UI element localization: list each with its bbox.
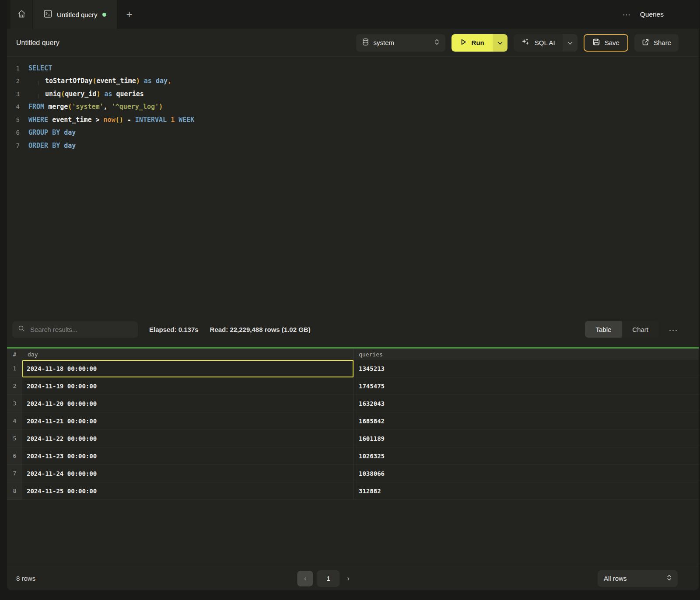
search-box[interactable] <box>12 321 138 338</box>
sql-ai-split-button: SQL AI <box>514 34 578 52</box>
row-number: 1 <box>7 360 22 377</box>
cell-queries[interactable]: 1038066 <box>354 465 699 482</box>
table-row: 22024-11-19 00:00:001745475 <box>7 377 699 395</box>
code-line[interactable]: 5WHERE event_time > now() - INTERVAL 1 W… <box>7 113 699 126</box>
next-page-button[interactable]: › <box>344 575 353 583</box>
table-row: 32024-11-20 00:00:001632043 <box>7 395 699 412</box>
cell-day[interactable]: 2024-11-20 00:00:00 <box>22 395 354 412</box>
play-icon <box>460 38 467 47</box>
console-icon <box>44 10 52 20</box>
cell-queries[interactable]: 1632043 <box>354 395 699 412</box>
table-row: 12024-11-18 00:00:001345213 <box>7 360 699 377</box>
pagination: ‹ 1 › <box>298 570 353 587</box>
run-button[interactable]: Run <box>452 34 493 52</box>
line-number: 2 <box>7 77 20 84</box>
share-button[interactable]: Share <box>634 34 679 52</box>
cell-day[interactable]: 2024-11-18 00:00:00 <box>22 360 354 377</box>
cell-queries[interactable]: 1745475 <box>354 377 699 395</box>
run-options-button[interactable] <box>493 34 508 52</box>
save-label: Save <box>605 39 620 46</box>
row-number: 8 <box>7 482 22 500</box>
line-number: 5 <box>7 116 20 123</box>
sql-ai-button[interactable]: SQL AI <box>514 34 563 52</box>
results-toolbar: Elapsed: 0.137s Read: 22,229,488 rows (1… <box>7 312 699 347</box>
table-empty-area <box>7 500 699 566</box>
sparkles-icon <box>521 38 530 48</box>
row-number: 2 <box>7 377 22 395</box>
table-header: # day queries <box>7 349 699 360</box>
updown-chevron-icon <box>434 38 439 47</box>
line-number: 7 <box>7 142 20 149</box>
share-icon <box>642 38 649 47</box>
table-row: 72024-11-24 00:00:001038066 <box>7 465 699 482</box>
row-number: 4 <box>7 412 22 430</box>
results-footer: 8 rows ‹ 1 › All rows <box>7 566 699 590</box>
sql-ai-options-button[interactable] <box>563 34 578 52</box>
code-line[interactable]: 6GROUP BY day <box>7 126 699 140</box>
database-icon <box>362 38 369 47</box>
save-button[interactable]: Save <box>584 34 628 52</box>
page-size-select[interactable]: All rows <box>598 570 678 587</box>
tab-chart[interactable]: Chart <box>622 321 659 338</box>
cell-queries[interactable]: 1685842 <box>354 412 699 430</box>
cell-day[interactable]: 2024-11-19 00:00:00 <box>22 377 354 395</box>
overflow-menu-icon[interactable]: ⋯ <box>623 10 631 20</box>
table-row: 42024-11-21 00:00:001685842 <box>7 412 699 430</box>
row-number: 5 <box>7 430 22 447</box>
app-window: Untitled query + ⋯ Queries Untitled quer… <box>7 0 699 590</box>
code-line[interactable]: 1SELECT <box>7 62 699 75</box>
cell-queries[interactable]: 1601189 <box>354 430 699 447</box>
line-number: 1 <box>7 65 20 72</box>
database-select[interactable]: system <box>356 34 445 52</box>
row-count: 8 rows <box>16 575 35 582</box>
table-row: 52024-11-22 00:00:001601189 <box>7 430 699 447</box>
cell-day[interactable]: 2024-11-25 00:00:00 <box>22 482 354 500</box>
share-label: Share <box>654 39 671 46</box>
unsaved-indicator-dot <box>102 13 106 17</box>
code-line[interactable]: 2toStartOfDay(event_time) as day, <box>7 75 699 88</box>
sql-editor[interactable]: 1SELECT2toStartOfDay(event_time) as day,… <box>7 57 699 312</box>
read-stat: Read: 22,229,488 rows (1.02 GB) <box>210 326 311 333</box>
column-header-day[interactable]: day <box>22 351 354 358</box>
chevron-down-icon <box>497 39 503 47</box>
tab-label: Untitled query <box>57 11 98 18</box>
table-body: 12024-11-18 00:00:00134521322024-11-19 0… <box>7 360 699 500</box>
tab-table[interactable]: Table <box>585 321 622 338</box>
cell-queries[interactable]: 312882 <box>354 482 699 500</box>
code-line[interactable]: 7ORDER BY day <box>7 139 699 152</box>
cell-day[interactable]: 2024-11-22 00:00:00 <box>22 430 354 447</box>
table-row: 62024-11-23 00:00:001026325 <box>7 447 699 465</box>
line-number: 3 <box>7 91 20 98</box>
run-label: Run <box>472 39 484 46</box>
page-title: Untitled query <box>16 39 60 47</box>
search-input[interactable] <box>29 325 132 334</box>
prev-page-button[interactable]: ‹ <box>298 571 313 586</box>
cell-day[interactable]: 2024-11-21 00:00:00 <box>22 412 354 430</box>
tab-untitled-query[interactable]: Untitled query <box>33 0 117 29</box>
row-number: 6 <box>7 447 22 465</box>
line-number: 6 <box>7 129 20 136</box>
queries-panel-toggle[interactable]: Queries <box>640 10 664 18</box>
save-icon <box>592 38 600 47</box>
run-split-button: Run <box>452 34 508 52</box>
results-overflow-icon[interactable]: ··· <box>668 325 678 334</box>
cell-queries[interactable]: 1345213 <box>354 360 699 377</box>
code-line[interactable]: 4FROM merge('system', '^query_log') <box>7 101 699 114</box>
code-line[interactable]: 3uniq(query_id) as queries <box>7 87 699 101</box>
editor-lines: 1SELECT2toStartOfDay(event_time) as day,… <box>7 62 699 152</box>
home-button[interactable] <box>10 0 32 29</box>
query-header: Untitled query system Run <box>7 29 699 57</box>
table-row: 82024-11-25 00:00:00312882 <box>7 482 699 500</box>
cell-queries[interactable]: 1026325 <box>354 447 699 465</box>
view-toggle: Table Chart <box>585 321 659 338</box>
row-number: 3 <box>7 395 22 412</box>
cell-day[interactable]: 2024-11-24 00:00:00 <box>22 465 354 482</box>
database-select-value: system <box>374 39 430 46</box>
new-tab-button[interactable]: + <box>117 0 142 29</box>
search-icon <box>18 325 25 334</box>
current-page-button[interactable]: 1 <box>317 570 340 587</box>
topbar: Untitled query + ⋯ Queries <box>7 0 699 29</box>
cell-day[interactable]: 2024-11-23 00:00:00 <box>22 447 354 465</box>
column-header-index[interactable]: # <box>7 351 22 358</box>
column-header-queries[interactable]: queries <box>354 349 699 360</box>
